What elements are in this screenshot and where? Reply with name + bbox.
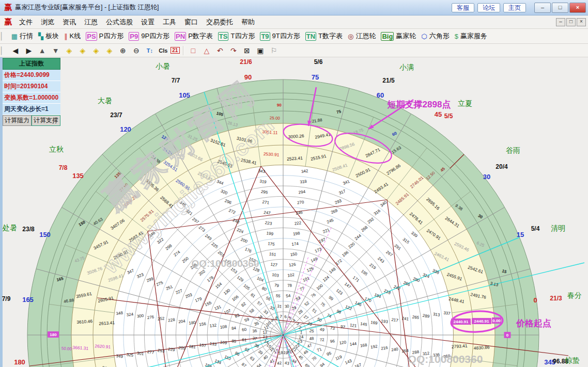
toolbar-label: 9T四方形 xyxy=(272,31,300,41)
titlebar-button-2[interactable]: 主页 xyxy=(503,3,526,12)
toolbar-button-quotes[interactable]: ▦行情 xyxy=(11,31,33,41)
toolbar-button-step-left[interactable]: ◈ xyxy=(63,46,75,55)
toolbar-button-winner-service[interactable]: $赢家服务 xyxy=(455,31,487,41)
svg-text:小满: 小满 xyxy=(399,63,414,71)
toolbar-button-step-down[interactable]: ◈ xyxy=(103,46,116,55)
toolbar-label: 行情 xyxy=(20,31,33,41)
toolbar-button-winner-wheel[interactable]: Big赢家轮 xyxy=(381,31,416,41)
toolbar-button-step-up[interactable]: ◈ xyxy=(90,46,102,55)
titlebar-button-1[interactable]: 论坛 xyxy=(477,3,500,12)
toolbar-button-t-table[interactable]: TNT数字表 xyxy=(305,31,343,41)
mdi-close-button[interactable]: × xyxy=(577,18,586,26)
calc-support-button[interactable]: 计算支撑 xyxy=(32,115,60,126)
menu-item-5[interactable]: 设置 xyxy=(137,17,159,28)
svg-text:2523.41: 2523.41 xyxy=(287,155,303,162)
toolbar-button-calendar[interactable]: 21 xyxy=(171,47,180,54)
p-table-icon: PN xyxy=(175,32,186,41)
svg-text:36: 36 xyxy=(252,328,258,333)
toolbar-button-zoom-out[interactable]: ⊖ xyxy=(130,46,143,55)
toolbar-button-next[interactable]: ▶ xyxy=(23,46,35,55)
svg-text:25.00: 25.00 xyxy=(270,116,281,121)
svg-text:20/4: 20/4 xyxy=(496,163,508,170)
toolbar-button-step-right[interactable]: ◈ xyxy=(76,46,89,55)
svg-text:15: 15 xyxy=(517,231,524,238)
maximize-button[interactable]: □ xyxy=(552,3,568,13)
titlebar-button-0[interactable]: 客服 xyxy=(452,3,474,12)
svg-text:223: 223 xyxy=(265,220,272,226)
toolbar-label: P数字表 xyxy=(188,31,213,41)
toolbar-button-rotate-right[interactable]: ▼ xyxy=(50,46,62,55)
svg-text:199: 199 xyxy=(266,231,274,236)
svg-text:23/8: 23/8 xyxy=(22,226,35,233)
toolbar-button-hexagon[interactable]: ⬡六角形 xyxy=(421,31,449,41)
svg-text:0: 0 xyxy=(506,333,509,338)
toolbar-button-gann-wheel[interactable]: ◎江恩轮 xyxy=(348,31,376,41)
svg-text:2440.91: 2440.91 xyxy=(474,319,489,324)
svg-text:48: 48 xyxy=(309,336,315,341)
toolbar-button-rotate-left[interactable]: ▲ xyxy=(36,46,49,55)
gann-wheel[interactable]: 1234567891011121314151617181920212223242… xyxy=(0,57,588,367)
sectors-icon: ▚ xyxy=(38,33,43,40)
toolbar-button-undo-rotate[interactable]: ↶ xyxy=(214,46,226,55)
svg-text:349: 349 xyxy=(116,354,123,359)
toolbar-button-kline[interactable]: ∥K线 xyxy=(64,31,81,41)
menu-item-9[interactable]: 帮助 xyxy=(237,17,259,28)
svg-text:QQ:100800360: QQ:100800360 xyxy=(408,353,483,365)
svg-text:180: 180 xyxy=(189,320,196,326)
menu-item-6[interactable]: 工具 xyxy=(159,17,180,28)
app-logo-icon: 赢 xyxy=(4,3,12,12)
panel-row-1: 时间=20190104 xyxy=(3,81,60,92)
9p-square-icon: P9 xyxy=(129,32,139,41)
toolbar-button-box-x[interactable]: ⊠ xyxy=(241,46,253,55)
toolbar-label: 赢家服务 xyxy=(460,31,487,41)
close-button[interactable]: × xyxy=(569,3,586,13)
minimize-button[interactable]: – xyxy=(534,3,551,13)
menu-item-8[interactable]: 交易委托 xyxy=(202,17,237,28)
menu-item-7[interactable]: 窗口 xyxy=(180,17,202,28)
support-annotation: 短期支撑2898点 xyxy=(387,100,451,109)
toolbar-button-sectors[interactable]: ▚板块 xyxy=(38,31,59,41)
toolbar-button-p-table[interactable]: PNP数字表 xyxy=(175,31,213,41)
svg-text:96: 96 xyxy=(330,339,335,344)
mdi-maximize-button[interactable]: □ xyxy=(566,18,576,26)
svg-text:2530.91: 2530.91 xyxy=(263,151,280,157)
menu-item-4[interactable]: 公式选股 xyxy=(102,17,137,28)
toolbar-button-p-square[interactable]: PSP四方形 xyxy=(86,31,123,41)
svg-text:127: 127 xyxy=(270,262,278,268)
menu-item-0[interactable]: 文件 xyxy=(15,17,37,28)
toolbar-button-cls[interactable]: Cls xyxy=(157,47,169,54)
svg-text:2613.41: 2613.41 xyxy=(99,320,115,326)
toolbar-label: P四方形 xyxy=(99,31,124,41)
toolbar-button-center-tool[interactable]: ▣ xyxy=(254,46,267,55)
svg-text:145: 145 xyxy=(360,322,368,327)
toolbar-button-t-square[interactable]: TST四方形 xyxy=(218,31,255,41)
svg-text:165: 165 xyxy=(22,296,34,304)
toolbar-label: T数字表 xyxy=(318,31,343,41)
svg-text:301: 301 xyxy=(136,351,144,357)
toolbar-button-zoom-in[interactable]: ⊕ xyxy=(117,46,129,55)
menu-item-3[interactable]: 江恩 xyxy=(80,17,102,28)
svg-text:193: 193 xyxy=(381,318,389,324)
svg-text:84: 84 xyxy=(231,326,237,331)
svg-text:103: 103 xyxy=(272,273,280,278)
svg-text:5/4: 5/4 xyxy=(531,225,540,232)
mdi-minimize-button[interactable]: – xyxy=(556,18,565,26)
toolbar-button-triangle-tool[interactable]: △ xyxy=(200,46,213,55)
toolbar-button-flip[interactable]: T↕ xyxy=(144,47,156,54)
svg-text:313: 313 xyxy=(432,312,440,317)
toolbar-button-9t-square[interactable]: T99T四方形 xyxy=(260,31,300,41)
toolbar-button-redo-rotate[interactable]: ↷ xyxy=(227,46,240,55)
menu-item-2[interactable]: 资讯 xyxy=(58,17,80,28)
toolbar-button-square-tool[interactable]: □ xyxy=(187,46,199,55)
toolbar-button-flag-tool[interactable]: ⚐ xyxy=(268,46,280,55)
quotes-icon: ▦ xyxy=(11,33,18,40)
toolbar-button-prev[interactable]: ◀ xyxy=(9,46,22,55)
calc-resistance-button[interactable]: 计算阻力 xyxy=(3,115,32,126)
toolbar-button-9p-square[interactable]: P99P四方形 xyxy=(129,31,169,41)
svg-text:217: 217 xyxy=(391,317,399,323)
menu-item-1[interactable]: 浏览 xyxy=(37,17,58,28)
svg-text:79: 79 xyxy=(274,283,280,288)
parameter-panel: 上证指数 价格=2440.9099时间=20190104变换系数=1.00000… xyxy=(3,58,60,126)
svg-text:324: 324 xyxy=(126,312,134,317)
svg-text:204: 204 xyxy=(178,318,186,324)
